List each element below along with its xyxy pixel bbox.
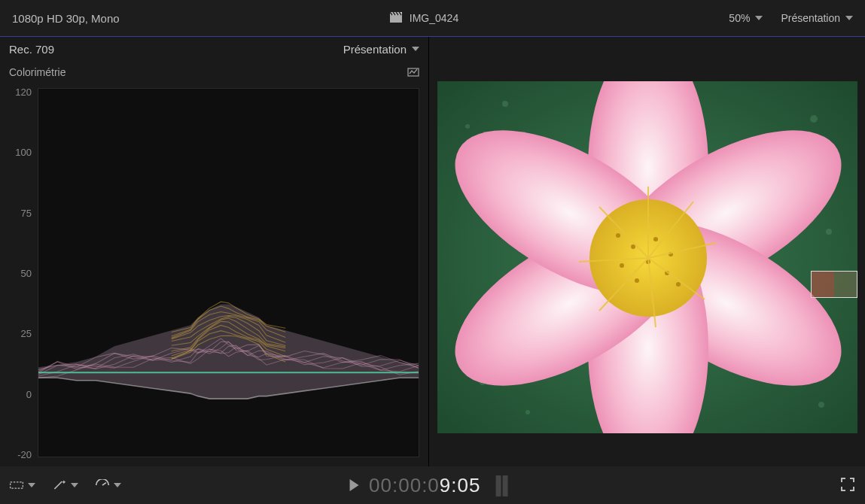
y-tick: 100 [6, 147, 36, 158]
retime-tool-dropdown[interactable] [95, 479, 121, 491]
y-tick: 120 [6, 87, 36, 98]
timecode-display[interactable]: 00:00:09:05 [369, 474, 480, 497]
bottom-toolbar: 00:00:09:05 [0, 466, 865, 504]
chevron-down-icon [412, 47, 419, 51]
clip-title-area: IMG_0424 [120, 12, 729, 25]
top-bar: 1080p HD 30p, Mono IMG_0424 50% Présenta… [0, 0, 865, 37]
svg-point-5 [502, 101, 508, 107]
chevron-down-icon [71, 483, 78, 487]
top-right-controls: 50% Présentation [729, 12, 853, 24]
svg-point-20 [631, 244, 635, 249]
viewer-presentation-dropdown[interactable]: Présentation [781, 12, 853, 24]
video-frame [437, 81, 857, 433]
svg-point-21 [653, 237, 658, 241]
transport-area: 00:00:09:05 [349, 474, 509, 497]
y-tick: 75 [6, 208, 36, 219]
presentation-label: Présentation [781, 12, 840, 24]
y-tick: 25 [6, 328, 36, 339]
audio-meter[interactable] [495, 474, 509, 496]
scope-type-label: Colorimétrie [9, 66, 65, 78]
svg-point-11 [525, 410, 530, 414]
timecode-white: 9:05 [440, 474, 481, 496]
color-space-label: Rec. 709 [9, 43, 54, 56]
video-viewer[interactable] [429, 37, 865, 466]
main-area: Rec. 709 Présentation Colorimétrie 120 1… [0, 37, 865, 466]
clapperboard-icon [390, 12, 402, 25]
trim-handle-left [812, 272, 834, 297]
chevron-down-icon [28, 483, 35, 487]
clip-name: IMG_0424 [410, 12, 458, 24]
scope-body: 120 100 75 50 25 0 -20 [0, 83, 428, 466]
audio-meter-bar [495, 475, 501, 496]
chevron-down-icon [845, 16, 853, 20]
scope-label-row: Colorimétrie [0, 61, 428, 83]
svg-point-4 [465, 124, 470, 129]
y-tick: 0 [6, 389, 36, 400]
viewer-panel [428, 37, 865, 466]
chevron-down-icon [755, 16, 763, 20]
scope-presentation-dropdown[interactable]: Présentation [343, 43, 419, 56]
svg-point-9 [826, 229, 832, 235]
trim-handle[interactable] [811, 271, 857, 298]
svg-point-23 [620, 263, 624, 268]
svg-point-7 [810, 115, 818, 123]
waveform-plot [38, 88, 419, 457]
timecode-gray: 00:00:0 [369, 474, 440, 496]
chevron-down-icon [114, 483, 121, 487]
scopes-panel: Rec. 709 Présentation Colorimétrie 120 1… [0, 37, 428, 466]
format-label: 1080p HD 30p, Mono [12, 12, 120, 25]
svg-line-38 [102, 483, 106, 485]
svg-point-27 [676, 282, 681, 287]
y-tick: 50 [6, 268, 36, 279]
zoom-value: 50% [729, 12, 750, 24]
svg-point-26 [635, 278, 639, 283]
audio-meter-bar [502, 475, 507, 496]
range-tool-dropdown[interactable] [9, 479, 35, 491]
svg-point-28 [616, 233, 620, 238]
svg-rect-0 [390, 15, 402, 23]
enhance-tool-dropdown[interactable] [52, 479, 78, 491]
trim-handle-right [834, 272, 857, 297]
zoom-dropdown[interactable]: 50% [729, 12, 763, 24]
y-tick: -20 [6, 449, 36, 460]
play-button[interactable] [349, 479, 358, 491]
scope-settings-icon[interactable] [407, 66, 419, 79]
flower-image-placeholder [437, 81, 857, 433]
fullscreen-button[interactable] [841, 478, 854, 493]
scope-presentation-label: Présentation [343, 43, 407, 56]
scope-y-axis: 120 100 75 50 25 0 -20 [6, 87, 36, 460]
scope-header: Rec. 709 Présentation [0, 37, 428, 61]
svg-point-12 [818, 402, 824, 408]
svg-rect-37 [11, 482, 23, 488]
